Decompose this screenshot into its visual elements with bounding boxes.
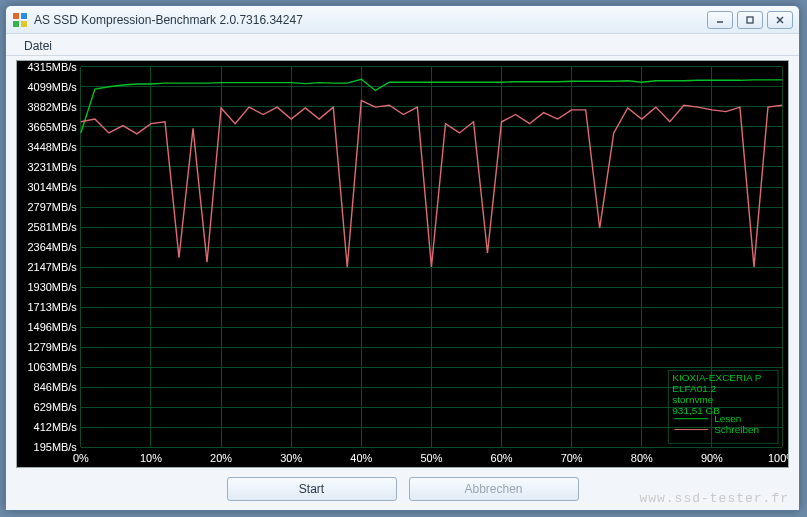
svg-rect-5 [747,17,753,23]
svg-text:20%: 20% [210,452,232,464]
svg-text:2147MB/s: 2147MB/s [28,261,78,273]
svg-text:3014MB/s: 3014MB/s [28,181,78,193]
start-button[interactable]: Start [227,477,397,501]
svg-text:90%: 90% [701,452,723,464]
chart: 195MB/s412MB/s629MB/s846MB/s1063MB/s1279… [16,60,789,468]
svg-text:4099MB/s: 4099MB/s [28,81,78,93]
maximize-button[interactable] [737,11,763,29]
svg-text:3665MB/s: 3665MB/s [28,121,78,133]
svg-text:2581MB/s: 2581MB/s [28,221,78,233]
minimize-button[interactable] [707,11,733,29]
svg-rect-0 [13,13,19,19]
svg-text:3448MB/s: 3448MB/s [28,141,78,153]
svg-text:10%: 10% [140,452,162,464]
svg-text:KIOXIA-EXCERIA P: KIOXIA-EXCERIA P [672,372,762,383]
svg-rect-3 [21,21,27,27]
svg-text:1063MB/s: 1063MB/s [28,361,78,373]
svg-text:629MB/s: 629MB/s [34,401,78,413]
svg-text:3231MB/s: 3231MB/s [28,161,78,173]
svg-text:1496MB/s: 1496MB/s [28,321,78,333]
chart-svg: 195MB/s412MB/s629MB/s846MB/s1063MB/s1279… [17,61,788,467]
svg-rect-1 [21,13,27,19]
svg-text:931,51 GB: 931,51 GB [672,405,720,416]
window-buttons [707,11,793,29]
svg-text:1279MB/s: 1279MB/s [28,341,78,353]
svg-text:50%: 50% [420,452,442,464]
app-icon [12,12,28,28]
abbrechen-button[interactable]: Abbrechen [409,477,579,501]
svg-text:80%: 80% [631,452,653,464]
svg-text:846MB/s: 846MB/s [34,381,78,393]
svg-text:1713MB/s: 1713MB/s [28,301,78,313]
svg-text:3882MB/s: 3882MB/s [28,101,78,113]
menubar: Datei [6,34,799,56]
svg-text:4315MB/s: 4315MB/s [28,61,78,73]
watermark: www.ssd-tester.fr [639,491,789,506]
window-title: AS SSD Kompression-Benchmark 2.0.7316.34… [34,13,707,27]
titlebar[interactable]: AS SSD Kompression-Benchmark 2.0.7316.34… [6,6,799,34]
svg-text:30%: 30% [280,452,302,464]
svg-text:60%: 60% [491,452,513,464]
svg-text:ELFA01.2: ELFA01.2 [672,383,716,394]
svg-rect-2 [13,21,19,27]
client-area: 195MB/s412MB/s629MB/s846MB/s1063MB/s1279… [6,56,799,510]
menu-datei[interactable]: Datei [18,37,58,55]
svg-text:Lesen: Lesen [714,413,741,424]
svg-text:2797MB/s: 2797MB/s [28,201,78,213]
svg-text:70%: 70% [561,452,583,464]
svg-text:100%: 100% [768,452,788,464]
svg-text:stornvme: stornvme [672,394,713,405]
close-button[interactable] [767,11,793,29]
svg-text:2364MB/s: 2364MB/s [28,241,78,253]
svg-text:0%: 0% [73,452,89,464]
svg-text:195MB/s: 195MB/s [34,441,78,453]
svg-text:40%: 40% [350,452,372,464]
svg-text:1930MB/s: 1930MB/s [28,281,78,293]
svg-text:412MB/s: 412MB/s [34,421,78,433]
app-window: AS SSD Kompression-Benchmark 2.0.7316.34… [5,5,800,511]
svg-text:Schreiben: Schreiben [714,424,759,435]
